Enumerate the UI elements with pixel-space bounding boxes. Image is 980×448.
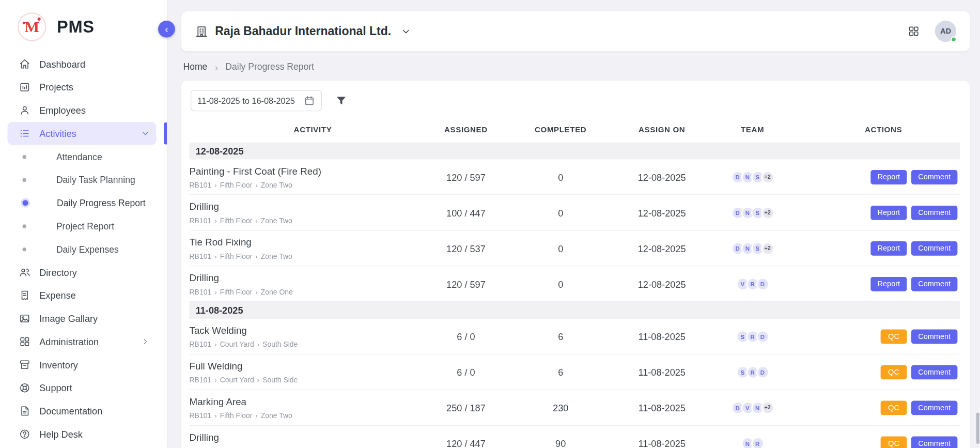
team-avatars: NR [698, 437, 807, 448]
sidebar-item-activities[interactable]: Activities [8, 122, 157, 145]
online-status-dot [951, 36, 957, 42]
activity-location-path: RB101›Fifth Floor›Zone One [190, 288, 430, 296]
table-body: 12-08-2025 Painting - First Coat (Fire R… [190, 143, 962, 448]
activity-title: Drilling [190, 272, 430, 284]
comment-button[interactable]: Comment [911, 169, 958, 184]
sidebar-item-expense[interactable]: Expense [8, 284, 157, 307]
chevron-right-icon: › [214, 217, 216, 224]
sidebar-item-label: Support [39, 382, 150, 393]
chevron-down-icon [141, 129, 150, 138]
sidebar-subitem-label: Daily Progress Report [57, 198, 146, 208]
table-row: Full Welding RB101›Court Yard›South Side… [190, 354, 960, 390]
bullet-icon [23, 247, 26, 251]
team-extra-badge[interactable]: +2 [761, 401, 774, 414]
comment-button[interactable]: Comment [911, 241, 958, 255]
sidebar-subitem-label: Daily Task Planning [56, 175, 135, 184]
sidebar-item-projects[interactable]: Projects [8, 75, 157, 99]
bullet-icon [23, 155, 26, 158]
team-avatars: SRD [698, 330, 807, 343]
sidebar-item-label: Expense [39, 290, 150, 301]
report-button[interactable]: Report [870, 169, 907, 184]
sidebar-subitem-project-report[interactable]: Project Report [8, 214, 157, 238]
sidebar-item-employees[interactable]: Employees [8, 99, 157, 122]
location-path-item: South Side [262, 341, 298, 348]
chevron-right-icon: › [214, 252, 216, 260]
comment-button[interactable]: Comment [911, 400, 958, 415]
directory-icon [19, 266, 30, 278]
building-icon [195, 25, 208, 38]
location-path-item: RB101 [190, 341, 212, 348]
table-row: Drilling RB101›Fifth Floor›Zone Two 100 … [190, 195, 960, 230]
comment-button[interactable]: Comment [911, 436, 958, 448]
assign-on-value: 12-08-2025 [626, 172, 698, 182]
column-header-activity: ACTIVITY [190, 126, 437, 134]
completed-value: 6 [495, 367, 626, 378]
team-avatar: R [751, 437, 764, 448]
assign-on-value: 11-08-2025 [626, 367, 698, 378]
location-path-item: RB101 [190, 288, 212, 296]
completed-value: 90 [495, 438, 626, 448]
topbar-right: AD [908, 21, 956, 42]
report-button[interactable]: Report [870, 276, 907, 291]
location-path-item: RB101 [190, 376, 212, 384]
help-icon [19, 428, 30, 440]
scrollbar-thumb[interactable] [976, 412, 979, 443]
sidebar-subitem-daily-task-planning[interactable]: Daily Task Planning [8, 168, 157, 191]
table-row: Drilling RB101›Fifth Floor›Zone One 120 … [190, 266, 960, 302]
sidebar-subitem-attendance[interactable]: Attendance [8, 145, 157, 168]
team-avatars: DVN+2 [698, 401, 807, 414]
app-logo[interactable]: M PMS [0, 0, 167, 50]
sidebar-item-help-desk[interactable]: Help Desk [8, 423, 157, 446]
qc-button[interactable]: QC [881, 365, 907, 379]
team-extra-badge[interactable]: +2 [761, 171, 774, 183]
sidebar-item-administration[interactable]: Administration [8, 330, 157, 353]
qc-button[interactable]: QC [881, 329, 907, 344]
assign-on-value: 11-08-2025 [626, 438, 698, 448]
date-range-picker[interactable] [191, 90, 322, 111]
group-date: 11-08-2025 [196, 305, 243, 316]
activity-title: Drilling [190, 431, 430, 443]
sidebar-item-label: Directory [39, 267, 150, 278]
location-path-item: Fifth Floor [220, 181, 253, 189]
calendar-icon [304, 95, 315, 106]
comment-button[interactable]: Comment [911, 276, 958, 291]
column-header-assign-on: ASSIGN ON [626, 126, 698, 134]
date-range-input[interactable] [197, 96, 300, 105]
table-row: Drilling RB101›Fifth Floor›Zone Two 120 … [190, 426, 960, 448]
comment-button[interactable]: Comment [911, 205, 958, 220]
sidebar-collapse-button[interactable]: ‹ [158, 21, 175, 38]
comment-button[interactable]: Comment [911, 329, 958, 344]
sidebar-subitem-daily-progress-report[interactable]: Daily Progress Report [8, 191, 157, 214]
assign-on-value: 11-08-2025 [626, 403, 698, 413]
sidebar-item-inventory[interactable]: Inventory [8, 353, 157, 377]
team-extra-badge[interactable]: +2 [761, 206, 774, 219]
qc-button[interactable]: QC [881, 436, 907, 448]
sidebar-item-dashboard[interactable]: Dashboard [8, 53, 157, 76]
filter-icon[interactable] [335, 95, 347, 107]
completed-value: 0 [495, 172, 626, 182]
apps-grid-icon[interactable] [908, 25, 920, 37]
sidebar-item-label: Administration [39, 336, 141, 347]
location-path-item: Zone Two [261, 217, 292, 224]
comment-button[interactable]: Comment [911, 365, 958, 379]
bullet-icon [23, 200, 28, 206]
sidebar-subitem-daily-expenses[interactable]: Daily Expenses [8, 238, 157, 261]
sidebar-item-documentation[interactable]: Documentation [8, 399, 157, 423]
bullet-icon [23, 224, 26, 228]
report-button[interactable]: Report [870, 241, 907, 255]
user-avatar[interactable]: AD [935, 21, 956, 42]
completed-value: 0 [495, 207, 626, 218]
breadcrumb-current: Daily Progress Report [225, 62, 314, 72]
assigned-value: 120 / 537 [436, 243, 495, 254]
sidebar-item-image-gallary[interactable]: Image Gallary [8, 307, 157, 330]
team-extra-badge[interactable]: +2 [761, 242, 774, 255]
table-row: Marking Area RB101›Fifth Floor›Zone Two … [190, 390, 960, 426]
breadcrumb-home[interactable]: Home [183, 62, 207, 72]
sidebar-item-label: Dashboard [39, 59, 150, 70]
assigned-value: 120 / 597 [436, 279, 495, 289]
qc-button[interactable]: QC [881, 400, 907, 415]
report-button[interactable]: Report [870, 205, 907, 220]
company-selector[interactable]: Raja Bahadur International Ltd. [195, 24, 411, 38]
sidebar-item-support[interactable]: Support [8, 376, 157, 399]
sidebar-item-directory[interactable]: Directory [8, 260, 157, 284]
